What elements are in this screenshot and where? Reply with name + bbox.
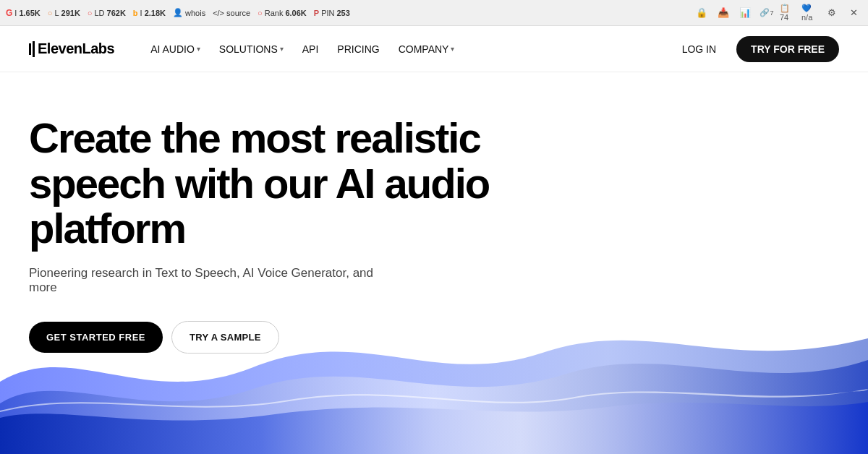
toolbar-whois[interactable]: 👤 whois [173, 8, 205, 17]
nav-right: LOG IN TRY FOR FREE [671, 36, 839, 62]
toolbar-stat-ld: ○ LD 762K [88, 9, 126, 17]
chevron-down-icon: ▾ [280, 45, 284, 53]
nav-item-solutions[interactable]: SOLUTIONS ▾ [212, 39, 291, 59]
hero-title: Create the most realistic speech with ou… [29, 116, 521, 252]
browser-toolbar: G I 1.65K ○ L 291K ○ LD 762K b I 2.18K 👤… [0, 0, 868, 26]
toolbar-chart-icon[interactable]: 📊 [736, 4, 754, 22]
toolbar-download-icon[interactable]: 📥 [715, 4, 732, 22]
nav-item-ai-audio[interactable]: AI AUDIO ▾ [143, 39, 208, 59]
toolbar-settings-icon[interactable]: ⚙ [823, 4, 841, 22]
logo[interactable]: ElevenLabs [29, 40, 114, 57]
toolbar-heart-icon[interactable]: 💙n/a [801, 4, 819, 22]
logo-icon [29, 41, 35, 57]
hero-subtitle: Pioneering research in Text to Speech, A… [29, 266, 391, 295]
toolbar-stat-b: b I 2.18K [133, 9, 166, 17]
navbar: ElevenLabs AI AUDIO ▾ SOLUTIONS ▾ API PR… [0, 26, 868, 72]
login-button[interactable]: LOG IN [671, 38, 728, 61]
toolbar-close-icon[interactable]: ✕ [845, 4, 862, 22]
chevron-down-icon: ▾ [451, 45, 454, 53]
toolbar-pin: P PIN 253 [314, 9, 350, 17]
toolbar-stat-l: ○ L 291K [48, 9, 80, 17]
toolbar-link-icon[interactable]: 🔗7 [758, 4, 775, 22]
logo-text: ElevenLabs [38, 40, 114, 57]
toolbar-source[interactable]: </> source [213, 9, 250, 17]
nav-item-pricing[interactable]: PRICING [330, 39, 386, 59]
toolbar-clipboard-icon[interactable]: 📋74 [780, 4, 797, 22]
hero-section: Create the most realistic speech with ou… [0, 72, 868, 454]
nav-links: AI AUDIO ▾ SOLUTIONS ▾ API PRICING COMPA… [143, 39, 670, 59]
nav-item-api[interactable]: API [295, 39, 326, 59]
toolbar-stat-google: G I 1.65K [6, 8, 41, 18]
toolbar-right-icons: 🔒 📥 📊 🔗7 📋74 💙n/a ⚙ ✕ [693, 4, 862, 22]
toolbar-rank: ○ Rank 6.06K [258, 9, 307, 17]
wave-decoration [0, 295, 868, 454]
toolbar-lock-icon[interactable]: 🔒 [693, 4, 710, 22]
nav-item-company[interactable]: COMPANY ▾ [391, 39, 462, 59]
chevron-down-icon: ▾ [197, 45, 200, 53]
try-for-free-button[interactable]: TRY FOR FREE [736, 36, 839, 62]
